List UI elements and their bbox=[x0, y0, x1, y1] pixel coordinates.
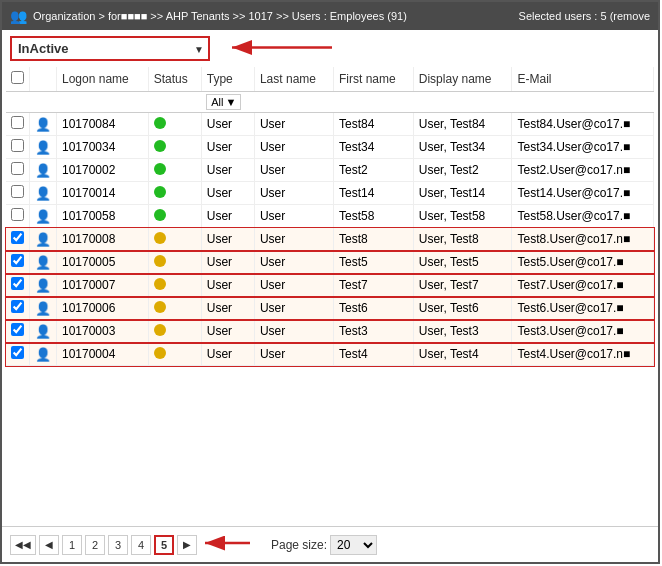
row-displayname: User, Test7 bbox=[413, 274, 512, 297]
row-displayname: User, Test8 bbox=[413, 228, 512, 251]
row-lastname: User bbox=[254, 136, 333, 159]
row-logon: 10170014 bbox=[57, 182, 149, 205]
page-4-button[interactable]: 4 bbox=[131, 535, 151, 555]
row-checkbox-cell bbox=[6, 205, 30, 228]
row-checkbox[interactable] bbox=[11, 208, 24, 221]
row-person-icon-cell: 👤 bbox=[30, 251, 57, 274]
row-logon: 10170034 bbox=[57, 136, 149, 159]
header-icon-col bbox=[30, 67, 57, 92]
row-checkbox-cell bbox=[6, 343, 30, 366]
status-dot bbox=[154, 186, 166, 198]
row-checkbox-cell bbox=[6, 159, 30, 182]
breadcrumb: Organization > for■■■■ >> AHP Tenants >>… bbox=[33, 10, 407, 22]
page-size-select[interactable]: 10 20 50 100 bbox=[330, 535, 377, 555]
person-icon: 👤 bbox=[35, 209, 51, 224]
table-row: 👤10170004UserUserTest4User, Test4Test4.U… bbox=[6, 343, 654, 366]
row-logon: 10170006 bbox=[57, 297, 149, 320]
row-firstname: Test2 bbox=[333, 159, 413, 182]
row-email: Test58.User@co17.■ bbox=[512, 205, 654, 228]
row-status bbox=[148, 343, 201, 366]
status-dropdown[interactable]: InActive Active All bbox=[10, 36, 210, 61]
page-1-button[interactable]: 1 bbox=[62, 535, 82, 555]
row-checkbox[interactable] bbox=[11, 116, 24, 129]
row-displayname: User, Test2 bbox=[413, 159, 512, 182]
row-checkbox[interactable] bbox=[11, 300, 24, 313]
row-checkbox-cell bbox=[6, 113, 30, 136]
row-displayname: User, Test4 bbox=[413, 343, 512, 366]
table-row: 👤10170084UserUserTest84User, Test84Test8… bbox=[6, 113, 654, 136]
row-person-icon-cell: 👤 bbox=[30, 205, 57, 228]
row-email: Test14.User@co17.■ bbox=[512, 182, 654, 205]
row-logon: 10170002 bbox=[57, 159, 149, 182]
row-status bbox=[148, 274, 201, 297]
row-checkbox[interactable] bbox=[11, 231, 24, 244]
status-dropdown-wrapper: InActive Active All ▼ bbox=[10, 36, 210, 61]
row-displayname: User, Test6 bbox=[413, 297, 512, 320]
row-checkbox[interactable] bbox=[11, 254, 24, 267]
row-status bbox=[148, 182, 201, 205]
row-type: User bbox=[201, 136, 254, 159]
table-row: 👤10170005UserUserTest5User, Test5Test5.U… bbox=[6, 251, 654, 274]
row-checkbox[interactable] bbox=[11, 185, 24, 198]
row-lastname: User bbox=[254, 251, 333, 274]
row-status bbox=[148, 297, 201, 320]
person-icon: 👤 bbox=[35, 163, 51, 178]
row-type: User bbox=[201, 228, 254, 251]
user-table-container: Logon name Status Type Last name First n… bbox=[2, 67, 658, 526]
row-lastname: User bbox=[254, 228, 333, 251]
row-logon: 10170005 bbox=[57, 251, 149, 274]
prev-page-button[interactable]: ◀ bbox=[39, 535, 59, 555]
row-checkbox[interactable] bbox=[11, 277, 24, 290]
person-icon: 👤 bbox=[35, 255, 51, 270]
page-size-label: Page size: bbox=[271, 538, 327, 552]
row-type: User bbox=[201, 182, 254, 205]
next-page-button[interactable]: ▶ bbox=[177, 535, 197, 555]
page-5-button[interactable]: 5 bbox=[154, 535, 174, 555]
row-type: User bbox=[201, 251, 254, 274]
row-type: User bbox=[201, 343, 254, 366]
row-checkbox-cell bbox=[6, 251, 30, 274]
row-displayname: User, Test34 bbox=[413, 136, 512, 159]
row-logon: 10170084 bbox=[57, 113, 149, 136]
row-logon: 10170007 bbox=[57, 274, 149, 297]
row-displayname: User, Test84 bbox=[413, 113, 512, 136]
row-type: User bbox=[201, 113, 254, 136]
row-person-icon-cell: 👤 bbox=[30, 320, 57, 343]
filter-row: All ▼ bbox=[6, 92, 654, 113]
selected-users-label: Selected users : 5 (remove bbox=[519, 10, 650, 22]
row-person-icon-cell: 👤 bbox=[30, 136, 57, 159]
page-2-button[interactable]: 2 bbox=[85, 535, 105, 555]
row-checkbox[interactable] bbox=[11, 323, 24, 336]
table-row: 👤10170058UserUserTest58User, Test58Test5… bbox=[6, 205, 654, 228]
row-checkbox[interactable] bbox=[11, 162, 24, 175]
row-firstname: Test4 bbox=[333, 343, 413, 366]
person-icon: 👤 bbox=[35, 278, 51, 293]
page-3-button[interactable]: 3 bbox=[108, 535, 128, 555]
row-lastname: User bbox=[254, 297, 333, 320]
row-status bbox=[148, 205, 201, 228]
row-firstname: Test8 bbox=[333, 228, 413, 251]
type-filter[interactable]: All ▼ bbox=[206, 94, 241, 110]
row-checkbox-cell bbox=[6, 182, 30, 205]
row-person-icon-cell: 👤 bbox=[30, 113, 57, 136]
row-status bbox=[148, 113, 201, 136]
status-dot bbox=[154, 117, 166, 129]
row-email: Test6.User@co17.■ bbox=[512, 297, 654, 320]
first-page-button[interactable]: ◀◀ bbox=[10, 535, 36, 555]
select-all-checkbox[interactable] bbox=[11, 71, 24, 84]
row-lastname: User bbox=[254, 113, 333, 136]
row-lastname: User bbox=[254, 274, 333, 297]
table-row: 👤10170003UserUserTest3User, Test3Test3.U… bbox=[6, 320, 654, 343]
row-checkbox[interactable] bbox=[11, 346, 24, 359]
row-checkbox[interactable] bbox=[11, 139, 24, 152]
person-icon: 👤 bbox=[35, 186, 51, 201]
header-status: Status bbox=[148, 67, 201, 92]
row-email: Test7.User@co17.■ bbox=[512, 274, 654, 297]
header-bar: 👥 Organization > for■■■■ >> AHP Tenants … bbox=[2, 2, 658, 30]
row-displayname: User, Test58 bbox=[413, 205, 512, 228]
person-icon: 👤 bbox=[35, 324, 51, 339]
table-row: 👤10170014UserUserTest14User, Test14Test1… bbox=[6, 182, 654, 205]
row-lastname: User bbox=[254, 182, 333, 205]
header-email: E-Mail bbox=[512, 67, 654, 92]
table-row: 👤10170002UserUserTest2User, Test2Test2.U… bbox=[6, 159, 654, 182]
